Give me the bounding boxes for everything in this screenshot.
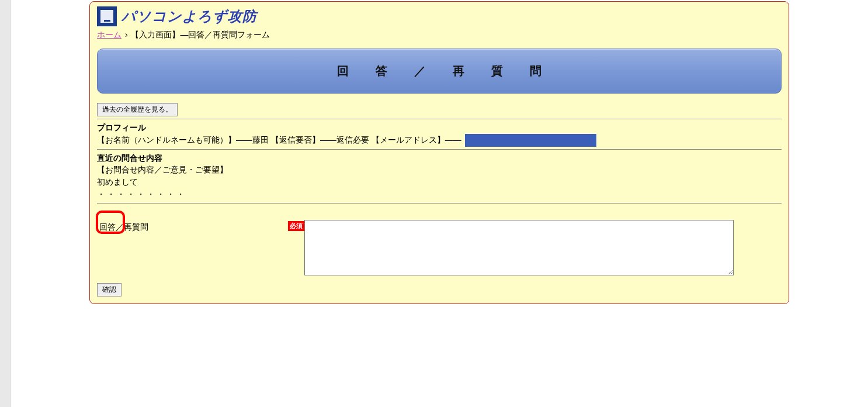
profile-heading: プロフィール bbox=[97, 123, 782, 133]
inquiry-section: 直近の問合せ内容 【お問合せ内容／ご意見・ご要望】 初めまして ・・・・・・・・… bbox=[97, 153, 782, 201]
history-button-row: 過去の全履歴を見る。 bbox=[97, 103, 782, 116]
breadcrumb-home-link[interactable]: ホーム bbox=[97, 30, 121, 39]
inquiry-heading: 直近の問合せ内容 bbox=[97, 153, 782, 164]
banner-title: 回答／再質問 bbox=[310, 64, 568, 77]
answer-field-label: 回答／再質問 bbox=[97, 222, 148, 232]
profile-text: 【お名前（ハンドルネームも可能）】――藤田 【返信要否】――返信必要 【メールア… bbox=[97, 135, 461, 144]
answer-form-row: 回答／再質問 必須 bbox=[97, 220, 782, 277]
inquiry-label: 【お問合せ内容／ご意見・ご要望】 bbox=[97, 164, 782, 176]
computer-icon bbox=[97, 6, 117, 26]
main-container: パソコンよろず攻防 ホーム › 【入力画面】―回答／再質問フォーム 回答／再質問… bbox=[89, 1, 789, 304]
inquiry-body-line: 初めまして bbox=[97, 176, 782, 188]
divider bbox=[97, 149, 782, 150]
divider bbox=[97, 119, 782, 119]
profile-section: プロフィール 【お名前（ハンドルネームも可能）】――藤田 【返信要否】――返信必… bbox=[97, 123, 782, 147]
answer-textarea[interactable] bbox=[304, 220, 734, 275]
site-title: パソコンよろず攻防 bbox=[121, 7, 257, 26]
required-badge: 必須 bbox=[288, 221, 304, 231]
profile-details: 【お名前（ハンドルネームも可能）】――藤田 【返信要否】――返信必要 【メールア… bbox=[97, 133, 782, 147]
divider bbox=[97, 203, 782, 204]
breadcrumb-current: 【入力画面】―回答／再質問フォーム bbox=[131, 30, 270, 39]
site-header: パソコンよろず攻防 bbox=[97, 6, 782, 26]
inquiry-body-dots: ・・・・・・・・・ bbox=[97, 188, 782, 201]
view-history-button[interactable]: 過去の全履歴を見る。 bbox=[97, 103, 178, 116]
breadcrumb: ホーム › 【入力画面】―回答／再質問フォーム bbox=[97, 30, 782, 40]
page-banner: 回答／再質問 bbox=[97, 49, 782, 94]
breadcrumb-separator: › bbox=[125, 30, 128, 39]
confirm-button[interactable]: 確認 bbox=[97, 283, 121, 296]
redacted-email bbox=[465, 134, 596, 147]
confirm-row: 確認 bbox=[97, 283, 782, 296]
